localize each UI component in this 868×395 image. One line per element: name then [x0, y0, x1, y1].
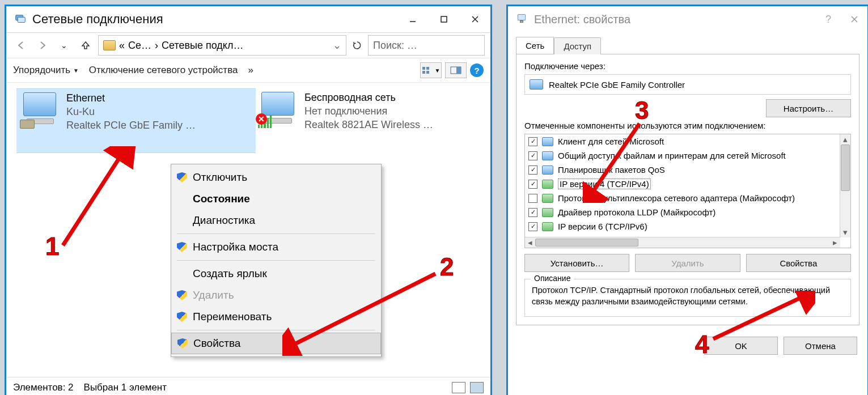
adapter-name: Realtek PCIe GbE Family Controller [549, 80, 685, 90]
adapter-name: Ethernet [66, 92, 196, 104]
scroll-down-icon[interactable]: ▾ [840, 227, 850, 237]
refresh-button[interactable] [350, 36, 365, 54]
component-item[interactable]: ✓Планировщик пакетов QoS [525, 163, 840, 177]
configure-button[interactable]: Настроить… [766, 99, 851, 117]
folder-icon [103, 40, 116, 50]
checkbox[interactable] [528, 194, 537, 203]
address-bar[interactable]: « Се… › Сетевые подкл… ⌄ [98, 35, 346, 56]
component-item[interactable]: ✓Общий доступ к файлам и принтерам для с… [525, 148, 840, 163]
component-item[interactable]: ✓Клиент для сетей Microsoft [525, 134, 840, 148]
title-buttons [397, 6, 490, 32]
back-button[interactable] [12, 36, 30, 54]
svg-rect-8 [422, 71, 425, 74]
breadcrumb-root[interactable]: Се… [128, 40, 151, 52]
dialog-buttons: OK Отмена [508, 337, 857, 355]
shield-icon [177, 290, 187, 300]
checkbox[interactable]: ✓ [528, 137, 537, 146]
menu-properties[interactable]: Свойства [171, 333, 381, 354]
up-button[interactable] [77, 36, 95, 54]
help-button[interactable]: ? [470, 63, 484, 77]
properties-button[interactable]: Свойства [746, 254, 851, 272]
svg-rect-13 [520, 20, 523, 22]
adapter-device: Realtek PCIe GbE Family … [66, 120, 196, 131]
annotation-number-2: 2 [440, 253, 454, 281]
menu-disable[interactable]: Отключить [171, 167, 381, 188]
view-mode-button[interactable]: ▼ [420, 62, 442, 78]
menu-rename[interactable]: Переименовать [171, 306, 381, 328]
menu-create-shortcut[interactable]: Создать ярлык [171, 263, 381, 284]
tab-network[interactable]: Сеть [516, 37, 554, 54]
component-item[interactable]: ✓Драйвер протокола LLDP (Майкрософт) [525, 205, 840, 219]
menu-bridge[interactable]: Настройка моста [171, 236, 381, 258]
scroll-right-icon[interactable]: ▸ [830, 237, 840, 248]
client-icon [542, 137, 553, 146]
organize-button[interactable]: Упорядочить ▼ [13, 65, 79, 76]
close-button[interactable] [459, 6, 490, 32]
checkbox[interactable]: ✓ [528, 165, 537, 175]
cancel-button[interactable]: Отмена [784, 337, 857, 355]
menu-diagnose[interactable]: Диагностика [171, 210, 381, 231]
network-connections-window: Сетевые подключения ⌄ « Се… › Сетевые по… [5, 5, 492, 395]
ethernet-properties-window: Ethernet: свойства ? Сеть Доступ Подключ… [506, 5, 868, 395]
protocol-icon [542, 222, 553, 231]
ok-button[interactable]: OK [704, 337, 778, 355]
tab-access[interactable]: Доступ [554, 37, 601, 54]
component-item[interactable]: Протокол мультиплексора сетевого адаптер… [525, 191, 840, 205]
toolbar-overflow[interactable]: » [248, 65, 253, 76]
tiles-view-icon[interactable] [470, 382, 484, 393]
toolbar: Упорядочить ▼ Отключение сетевого устрой… [6, 58, 490, 83]
help-button[interactable]: ? [815, 6, 841, 32]
shield-icon [177, 338, 188, 349]
context-menu: Отключить Состояние Диагностика Настройк… [171, 164, 382, 357]
minimize-button[interactable] [397, 6, 428, 32]
recent-dropdown[interactable]: ⌄ [55, 36, 73, 54]
annotation-number-4: 4 [695, 330, 709, 359]
vertical-scrollbar[interactable]: ▴▾ [840, 134, 850, 237]
separator [177, 260, 375, 261]
component-item[interactable]: ✓IP версии 6 (TCP/IPv6) [525, 219, 840, 233]
checkbox[interactable]: ✓ [528, 151, 537, 160]
status-selected: Выбран 1 элемент [84, 382, 167, 393]
close-button[interactable] [841, 6, 867, 32]
svg-rect-11 [456, 67, 461, 74]
adapter-status: Нет подключения [304, 105, 433, 117]
checkbox[interactable]: ✓ [528, 180, 537, 189]
component-label: IP версии 6 (TCP/IPv6) [558, 222, 647, 231]
component-label: IP версии 4 (TCP/IPv4) [558, 179, 651, 189]
install-button[interactable]: Установить… [524, 254, 629, 272]
description-group: Описание Протокол TCP/IP. Стандартный пр… [524, 279, 851, 317]
window-title: Ethernet: свойства [534, 13, 630, 26]
component-label: Клиент для сетей Microsoft [558, 137, 664, 146]
navigation-row: ⌄ « Се… › Сетевые подкл… ⌄ Поиск: … [6, 33, 490, 58]
scroll-thumb[interactable] [841, 145, 850, 191]
breadcrumb-leaf[interactable]: Сетевые подкл… [162, 40, 243, 52]
adapter-icon [516, 13, 528, 26]
scroll-left-icon[interactable]: ◂ [525, 237, 535, 248]
forward-button[interactable] [33, 36, 52, 54]
preview-pane-button[interactable] [445, 62, 467, 78]
disable-device-button[interactable]: Отключение сетевого устройства [89, 65, 238, 76]
checkbox[interactable]: ✓ [528, 222, 537, 231]
horizontal-scrollbar[interactable]: ◂▸ [525, 237, 840, 248]
scroll-thumb[interactable] [535, 239, 638, 247]
description-text: Протокол TCP/IP. Стандартный протокол гл… [532, 285, 844, 307]
menu-delete[interactable]: Удалить [171, 284, 381, 306]
component-item[interactable]: ✓IP версии 4 (TCP/IPv4) [525, 177, 840, 191]
adapter-ethernet[interactable]: Ethernet Ku-Ku Realtek PCIe GbE Family … [16, 88, 256, 153]
chevron-right-icon: › [155, 40, 158, 52]
protocol-icon [542, 180, 553, 189]
adapter-wireless[interactable]: ✕ Беспроводная сеть Нет подключения Real… [255, 88, 494, 152]
details-view-icon[interactable] [452, 382, 465, 393]
remove-button[interactable]: Удалить [635, 254, 740, 272]
addr-dropdown-icon[interactable]: ⌄ [333, 39, 341, 52]
shield-icon [177, 312, 187, 322]
maximize-button[interactable] [428, 6, 459, 32]
adapter-field: Realtek PCIe GbE Family Controller [524, 74, 851, 95]
control-panel-icon [14, 13, 27, 26]
status-elements: Элементов: 2 [13, 382, 74, 393]
menu-status[interactable]: Состояние [171, 188, 381, 210]
client-icon [542, 151, 553, 160]
checkbox[interactable]: ✓ [528, 208, 537, 217]
scroll-up-icon[interactable]: ▴ [840, 134, 850, 145]
search-box[interactable]: Поиск: … [368, 35, 485, 56]
